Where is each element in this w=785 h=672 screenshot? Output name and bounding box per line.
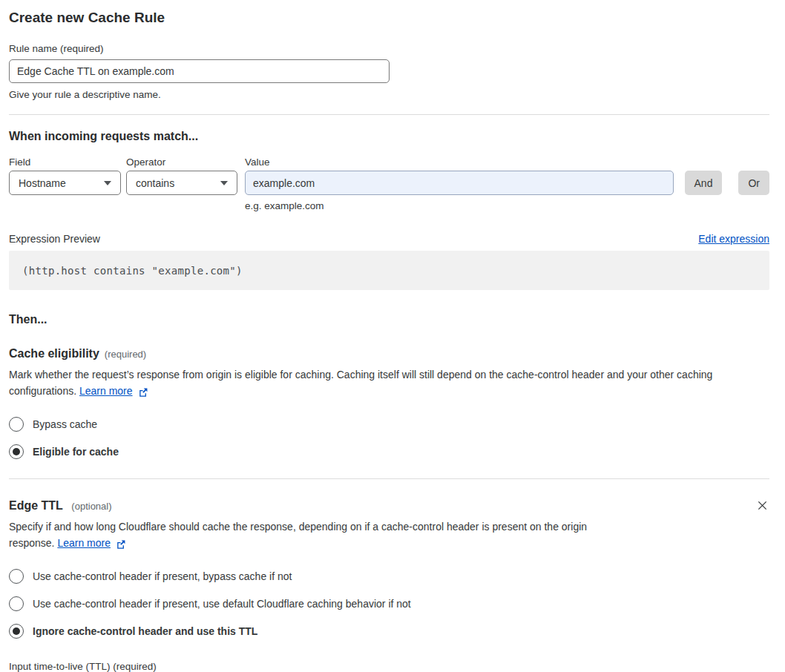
radio-option-ignore-header-use-ttl[interactable]: Ignore cache-control header and use this… (9, 624, 769, 639)
divider (9, 478, 769, 479)
cache-eligibility-learn-more-link[interactable]: Learn more (79, 383, 148, 400)
field-select-value: Hostname (19, 177, 66, 189)
edit-expression-link[interactable]: Edit expression (698, 233, 769, 245)
cache-eligibility-heading: Cache eligibility (9, 346, 99, 361)
page-title: Create new Cache Rule (9, 9, 769, 27)
radio-option-use-header-default[interactable]: Use cache-control header if present, use… (9, 596, 769, 611)
or-button[interactable]: Or (738, 171, 769, 195)
radio-circle-checked[interactable] (9, 444, 24, 459)
edge-ttl-description: Specify if and how long Cloudflare shoul… (9, 519, 632, 551)
close-edge-ttl-button[interactable] (755, 498, 769, 513)
edge-ttl-heading-group: Edge TTL (optional) (9, 498, 112, 513)
radio-option-eligible-for-cache[interactable]: Eligible for cache (9, 444, 769, 459)
external-link-icon (116, 539, 126, 550)
edge-ttl-learn-more-link[interactable]: Learn more (57, 536, 126, 552)
radio-circle[interactable] (9, 417, 24, 432)
operator-label: Operator (126, 156, 245, 168)
rule-name-label: Rule name (required) (9, 42, 769, 55)
value-input[interactable] (245, 171, 674, 195)
radio-label: Ignore cache-control header and use this… (33, 625, 257, 637)
edge-ttl-heading: Edge TTL (9, 499, 63, 512)
radio-label: Use cache-control header if present, use… (33, 598, 411, 610)
expression-preview-box: (http.host contains "example.com") (9, 251, 769, 290)
edge-ttl-qualifier: (optional) (71, 501, 111, 512)
radio-circle[interactable] (9, 596, 24, 611)
chevron-down-icon (220, 181, 228, 185)
chevron-down-icon (104, 181, 111, 185)
match-fields-row: Hostname contains And Or (9, 171, 769, 195)
radio-label: Eligible for cache (33, 446, 119, 458)
edge-ttl-heading-row: Edge TTL (optional) (9, 498, 769, 513)
field-label: Field (9, 156, 126, 168)
value-label: Value (245, 156, 769, 168)
rule-name-help: Give your rule a descriptive name. (9, 88, 769, 101)
then-heading: Then... (9, 312, 769, 327)
field-select[interactable]: Hostname (9, 171, 121, 195)
radio-label: Use cache-control header if present, byp… (33, 570, 292, 582)
radio-option-bypass-cache[interactable]: Bypass cache (9, 417, 769, 432)
value-help: e.g. example.com (245, 200, 324, 211)
value-help-row: e.g. example.com (9, 200, 769, 211)
radio-circle-checked[interactable] (9, 624, 24, 639)
cache-eligibility-description: Mark whether the request’s response from… (9, 367, 769, 399)
ttl-input-label: Input time-to-live (TTL) (required) (9, 660, 769, 672)
rule-name-input[interactable] (9, 59, 390, 83)
and-button[interactable]: And (685, 171, 723, 195)
cache-eligibility-qualifier: (required) (105, 349, 146, 360)
match-labels-row: Field Operator Value (9, 156, 769, 168)
expression-preview-row: Expression Preview Edit expression (9, 233, 769, 245)
create-cache-rule-form: Create new Cache Rule Rule name (require… (0, 0, 785, 672)
cache-eligibility-heading-row: Cache eligibility (required) (9, 346, 769, 361)
external-link-icon (138, 387, 148, 398)
radio-option-use-header-bypass[interactable]: Use cache-control header if present, byp… (9, 569, 769, 584)
learn-more-label: Learn more (79, 383, 133, 400)
expression-code: (http.host contains "example.com") (22, 265, 243, 277)
expression-preview-label: Expression Preview (9, 233, 100, 245)
operator-select[interactable]: contains (126, 171, 237, 195)
divider (9, 114, 769, 115)
operator-select-value: contains (136, 177, 174, 189)
radio-label: Bypass cache (33, 418, 97, 430)
match-section-heading: When incoming requests match... (9, 128, 769, 144)
learn-more-label: Learn more (57, 536, 111, 552)
close-icon (757, 500, 768, 511)
radio-circle[interactable] (9, 569, 24, 584)
